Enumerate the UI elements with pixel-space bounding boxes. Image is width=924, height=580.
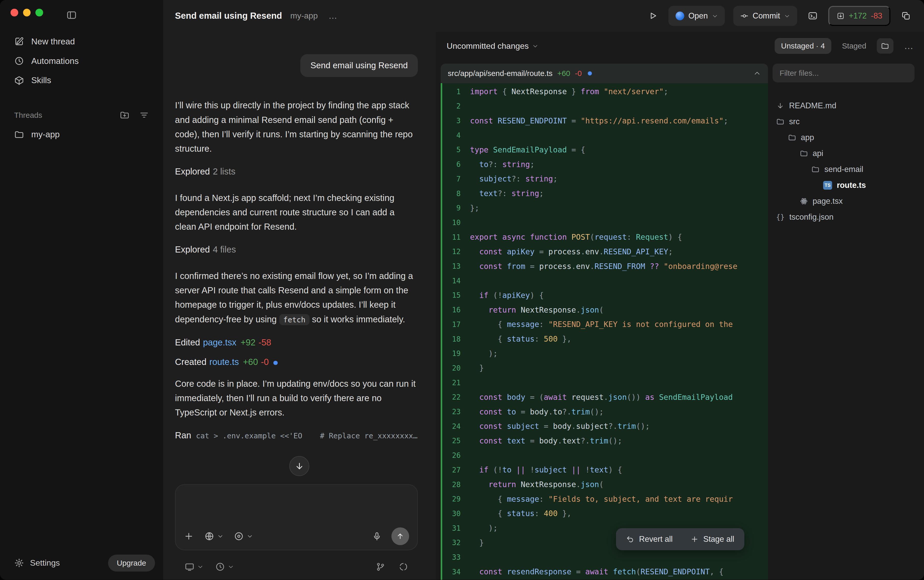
new-thread-icon [14,36,24,46]
code-line-text: }; [470,204,479,213]
message-input[interactable] [184,492,409,523]
diff-added-line: 17 { message: "RESEND_API_KEY is not con… [442,317,768,332]
sidebar-item-skills[interactable]: Skills [6,71,157,90]
tree-view-button[interactable] [877,38,893,54]
tree-item-route.ts[interactable]: TSroute.ts [772,177,914,193]
thread-menu-button[interactable]: … [328,11,338,21]
tree-item-tsconfig.json[interactable]: {}tsconfig.json [772,209,914,225]
skills-icon [14,76,24,86]
line-number: 12 [442,247,470,255]
model-icon [204,531,214,541]
thread-title: Send email using Resend [175,11,282,21]
tree-item-api[interactable]: api [772,145,914,161]
diff-added-line: 12 const apiKey = process.env.RESEND_API… [442,244,768,259]
line-number: 13 [442,262,470,270]
close-window-button[interactable] [10,9,18,16]
play-icon [648,11,658,21]
code-line-text: text?: string; [470,189,544,198]
code-line-text: type SendEmailPayload = { [470,145,585,154]
chevron-up-icon[interactable] [754,70,761,77]
tree-item-label: README.md [789,101,836,110]
code-line-text: { message: "Fields to, subject, and text… [470,494,733,504]
diff-added-line: 4 [442,128,768,142]
code-line-text: if (!to || !subject || !text) { [470,465,622,474]
sidebar-item-automations[interactable]: Automations [6,51,157,71]
tree-item-label: app [801,133,814,142]
line-number: 5 [442,145,470,154]
usage-ring-icon[interactable] [399,562,408,572]
inline-code: fetch [279,314,310,325]
line-number: 32 [442,539,470,547]
mic-icon[interactable] [372,531,382,541]
file-edit-line: Createdroute.ts+60-0 [175,357,418,367]
terminal-button[interactable] [805,8,820,23]
message-composer [175,484,418,550]
assistant-paragraph: Core code is in place. I’m updating env/… [175,376,418,420]
tool-call-line[interactable]: Explored2 lists [175,166,418,176]
run-button[interactable] [645,8,660,23]
commit-button[interactable]: Commit [733,6,797,26]
tree-item-src[interactable]: src [772,114,914,130]
chat-messages[interactable]: Send email using Resend I’ll wire this u… [175,32,418,484]
split-view-button[interactable] [899,8,913,23]
filter-files-input[interactable] [772,64,914,82]
file-removed: -0 [575,69,582,78]
diff-added-line: 20 } [442,361,768,376]
line-number: 18 [442,335,470,343]
tree-item-page.tsx[interactable]: page.tsx [772,193,914,209]
folder-icon [14,130,24,140]
tab-staged[interactable]: Staged [842,41,866,50]
filter-threads-icon[interactable] [139,110,149,120]
diff-added-line: 24 const subject = body.subject?.trim(); [442,419,768,433]
file-link[interactable]: page.tsx [203,338,236,347]
thread-item-my-app[interactable]: my-app [6,125,157,145]
attach-plus-icon[interactable] [184,531,194,541]
minimize-window-button[interactable] [23,9,31,16]
code-line-text: const body = (await request.json()) as S… [470,393,733,402]
environment-selector[interactable] [184,562,203,572]
open-button[interactable]: Open [669,6,725,26]
file-tree: README.mdsrcappapisend-emailTSroute.tspa… [772,98,914,225]
upgrade-button[interactable]: Upgrade [108,555,155,572]
new-folder-icon[interactable] [120,110,130,120]
sidebar-item-new-thread[interactable]: New thread [6,32,157,51]
settings-button[interactable]: Settings [8,554,66,572]
diff-added-line: 34 const resendResponse = await fetch(RE… [442,564,768,579]
diff-added-line: 8 text?: string; [442,186,768,201]
tool-call-line[interactable]: Explored4 files [175,245,418,255]
sidebar-nav: New threadAutomationsSkills [0,32,163,90]
tree-item-app[interactable]: app [772,130,914,145]
file-added: +60 [557,69,570,78]
tab-unstaged[interactable]: Unstaged · 4 [775,38,831,54]
line-number: 33 [442,553,470,561]
model-selector[interactable] [204,531,223,541]
edit-verb: Edited [175,338,200,347]
uncommitted-changes-dropdown[interactable]: Uncommitted changes [446,41,538,51]
session-selector[interactable] [215,562,234,572]
branch-icon[interactable] [376,562,385,572]
send-button[interactable] [391,527,409,545]
threads-list: my-app [0,125,163,145]
folder-icon [788,133,796,142]
review-header: Uncommitted changes Unstaged · 4 Staged … [441,34,924,58]
tree-item-README.md[interactable]: README.md [772,98,914,114]
ran-command-line[interactable]: Rancat > .env.example <<'EO# Replace re_… [175,430,418,440]
sidebar-toggle-icon[interactable] [66,10,77,21]
window-controls [10,9,43,16]
stage-all-button[interactable]: Stage all [683,531,742,548]
file-link[interactable]: route.ts [209,357,239,367]
line-number: 6 [442,160,470,168]
diff-added-line: 23 const to = body.to?.trim(); [442,404,768,419]
maximize-window-button[interactable] [35,9,43,16]
revert-all-button[interactable]: Revert all [619,531,680,548]
line-number: 7 [442,175,470,183]
diff-file-header[interactable]: src/app/api/send-email/route.ts +60 -0 [441,64,768,83]
tree-item-send-email[interactable]: send-email [772,161,914,177]
mode-selector[interactable] [234,531,252,541]
line-number: 9 [442,204,470,212]
code-diff[interactable]: 1import { NextResponse } from "next/serv… [441,83,768,580]
review-menu-button[interactable]: … [904,41,914,51]
changes-badge[interactable]: +172 -83 [828,6,890,26]
scroll-to-bottom-button[interactable] [289,456,309,476]
sidebar-item-label: Skills [31,76,51,85]
